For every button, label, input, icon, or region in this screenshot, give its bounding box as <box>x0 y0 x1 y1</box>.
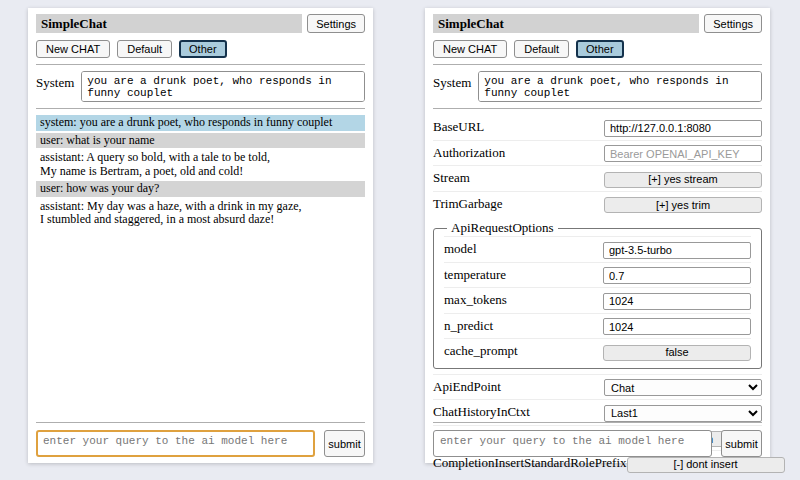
setting-row-baseurl: BaseURL <box>433 115 762 140</box>
settings-button[interactable]: Settings <box>704 14 762 33</box>
divider <box>433 108 762 109</box>
n-predict-input[interactable] <box>603 318 751 335</box>
system-label: System <box>36 71 74 91</box>
api-request-options-legend: ApiRequestOptions <box>447 220 558 236</box>
setting-label: temperature <box>444 267 506 283</box>
setting-label: model <box>444 241 477 257</box>
panel-header: SimpleChat Settings <box>36 14 365 33</box>
session-toolbar: New CHAT Default Other <box>36 40 365 58</box>
base-url-input[interactable] <box>604 120 762 137</box>
submit-button[interactable]: submit <box>324 430 365 457</box>
api-request-options-group: ApiRequestOptions model temperature max_… <box>433 220 762 369</box>
setting-label: n_predict <box>444 318 493 334</box>
system-prompt-row: System you are a drunk poet, who respond… <box>36 71 365 102</box>
query-area: submit <box>36 422 365 457</box>
setting-label: CompletionInsertStandardRolePrefix <box>433 455 627 471</box>
divider <box>433 422 762 423</box>
submit-button[interactable]: submit <box>721 430 762 457</box>
divider <box>36 64 365 65</box>
chat-message-user: user: how was your day? <box>36 181 365 197</box>
new-chat-button[interactable]: New CHAT <box>433 40 507 58</box>
session-toolbar: New CHAT Default Other <box>433 40 762 58</box>
query-input[interactable] <box>36 430 315 457</box>
setting-label: max_tokens <box>444 292 507 308</box>
setting-label: Authorization <box>433 145 505 161</box>
authorization-input[interactable] <box>604 145 762 162</box>
new-chat-button[interactable]: New CHAT <box>36 40 110 58</box>
setting-row-trimgarbage: TrimGarbage [+] yes trim <box>433 191 762 217</box>
system-prompt-row: System you are a drunk poet, who respond… <box>433 71 762 102</box>
setting-row-stream: Stream [+] yes stream <box>433 165 762 191</box>
setting-label: ChatHistoryInCtxt <box>433 404 530 420</box>
divider <box>36 108 365 109</box>
setting-label: ApiEndPoint <box>433 379 501 395</box>
setting-label: BaseURL <box>433 119 484 135</box>
setting-row-n-predict: n_predict <box>444 313 751 339</box>
chat-message-system: system: you are a drunk poet, who respon… <box>36 115 365 131</box>
session-tab-default[interactable]: Default <box>514 40 569 58</box>
chat-log: system: you are a drunk poet, who respon… <box>36 115 365 228</box>
settings-panel: SimpleChat Settings New CHAT Default Oth… <box>425 8 770 463</box>
setting-label: Stream <box>433 170 470 186</box>
divider <box>433 64 762 65</box>
trim-garbage-toggle-button[interactable]: [+] yes trim <box>604 197 762 213</box>
system-prompt-input[interactable]: you are a drunk poet, who responds in fu… <box>478 71 762 102</box>
app-title: SimpleChat <box>433 14 699 33</box>
setting-row-model: model <box>444 236 751 262</box>
chat-panel: SimpleChat Settings New CHAT Default Oth… <box>28 8 373 463</box>
cache-prompt-toggle-button[interactable]: false <box>603 345 751 361</box>
system-prompt-input[interactable]: you are a drunk poet, who responds in fu… <box>81 71 365 102</box>
api-endpoint-select[interactable]: Chat <box>604 379 762 396</box>
setting-row-api-endpoint: ApiEndPoint Chat <box>433 374 762 400</box>
settings-button[interactable]: Settings <box>307 14 365 33</box>
system-label: System <box>433 71 471 91</box>
max-tokens-input[interactable] <box>603 293 751 310</box>
session-tab-default[interactable]: Default <box>117 40 172 58</box>
chat-message-assistant: assistant: My day was a haze, with a dri… <box>36 199 365 228</box>
setting-row-temperature: temperature <box>444 262 751 288</box>
query-input[interactable] <box>433 430 712 457</box>
query-area: submit <box>433 422 762 457</box>
setting-row-cache-prompt: cache_prompt false <box>444 338 751 364</box>
session-tab-other[interactable]: Other <box>179 40 227 58</box>
setting-row-max-tokens: max_tokens <box>444 287 751 313</box>
stream-toggle-button[interactable]: [+] yes stream <box>604 172 762 188</box>
chat-message-user: user: what is your name <box>36 133 365 149</box>
chat-message-assistant: assistant: A query so bold, with a tale … <box>36 150 365 179</box>
setting-row-chat-history: ChatHistoryInCtxt Last1 <box>433 399 762 425</box>
app-title: SimpleChat <box>36 14 302 33</box>
role-prefix-toggle-button[interactable]: [-] dont insert <box>627 457 785 473</box>
model-input[interactable] <box>603 242 751 259</box>
panel-header: SimpleChat Settings <box>433 14 762 33</box>
session-tab-other[interactable]: Other <box>576 40 624 58</box>
setting-label: cache_prompt <box>444 343 518 359</box>
divider <box>36 422 365 423</box>
temperature-input[interactable] <box>603 267 751 284</box>
chat-history-select[interactable]: Last1 <box>604 405 762 422</box>
setting-row-authorization: Authorization <box>433 140 762 166</box>
setting-label: TrimGarbage <box>433 196 503 212</box>
